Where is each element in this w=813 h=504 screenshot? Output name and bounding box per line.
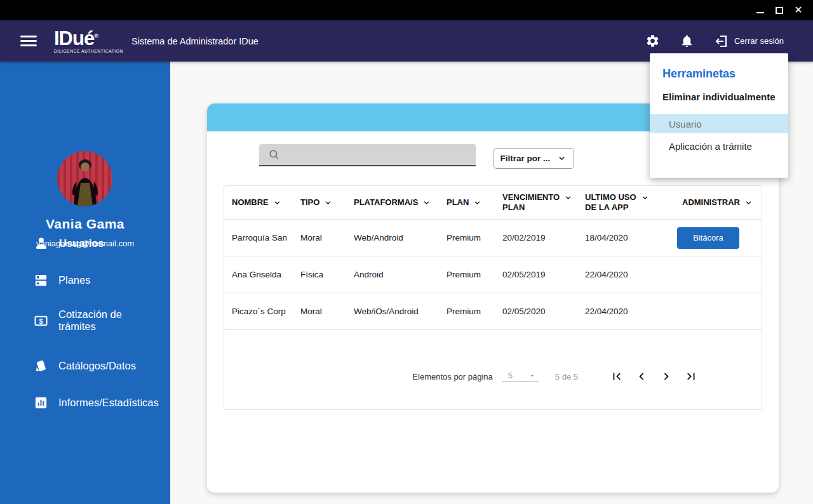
cell-ultimo-uso: 22/04/2020 xyxy=(585,270,677,279)
person-icon xyxy=(34,235,49,251)
cell-plataforma: Android xyxy=(354,270,447,279)
cell-nombre: Picazo´s Corp xyxy=(224,307,300,316)
cell-ultimo-uso: 18/04/2020 xyxy=(585,233,677,242)
column-header-nombre[interactable]: NOMBRE xyxy=(224,197,300,208)
items-per-page-value: 5 xyxy=(508,371,513,380)
column-header-tipo[interactable]: TIPO xyxy=(300,197,354,208)
chevron-right-icon xyxy=(659,369,673,383)
first-page-icon xyxy=(610,369,624,383)
cell-plan: Premium xyxy=(447,307,502,316)
quote-icon: $ xyxy=(34,314,48,328)
cell-vencimiento: 20/02/2019 xyxy=(502,233,585,242)
page-range-label: 5 de 5 xyxy=(555,372,578,381)
menu-item-usuario[interactable]: Usuario xyxy=(650,114,788,133)
table-row: Picazo´s Corp Moral Web/iOs/Android Prem… xyxy=(224,293,762,330)
cell-tipo: Física xyxy=(300,270,354,279)
cell-nombre: Parroquía San xyxy=(224,233,300,242)
settings-gear-icon[interactable] xyxy=(645,34,661,49)
sidebar: Vania Gama vaniagamag@hotmail.com Usuari… xyxy=(0,62,170,504)
column-header-administrar[interactable]: ADMINISTRAR xyxy=(677,197,762,208)
minimize-icon xyxy=(756,12,764,13)
plans-icon xyxy=(34,273,48,288)
hamburger-menu-icon[interactable] xyxy=(20,36,37,46)
sidebar-item-label: Cotización de trámites xyxy=(58,308,135,333)
table-row: Parroquía San Moral Web/Android Premium … xyxy=(224,220,762,256)
sidebar-item-label: Planes xyxy=(58,274,90,286)
profile-name: Vania Gama xyxy=(0,216,170,232)
sidebar-item-cotizacion[interactable]: $ Cotización de trámites xyxy=(0,302,152,340)
sort-chevron-icon xyxy=(473,198,482,208)
sidebar-item-planes[interactable]: Planes xyxy=(0,267,170,293)
search-box xyxy=(259,144,476,166)
sort-chevron-icon xyxy=(422,198,431,208)
cell-plan: Premium xyxy=(447,270,502,279)
minimize-button[interactable] xyxy=(751,0,770,20)
close-icon: ✕ xyxy=(794,5,802,15)
sort-chevron-icon xyxy=(744,198,753,208)
column-header-vencimiento[interactable]: VENCIMIENTO PLAN xyxy=(502,192,585,213)
next-page-button[interactable] xyxy=(659,369,673,383)
cell-ultimo-uso: 22/04/2020 xyxy=(585,307,677,316)
cell-vencimiento: 02/05/2019 xyxy=(502,270,585,279)
column-header-ultimo-uso[interactable]: ULTIMO USO DE LA APP xyxy=(585,192,677,213)
logout-label: Cerrar sesión xyxy=(734,36,784,46)
chevron-down-icon xyxy=(556,153,567,164)
bitacora-button[interactable]: Bitácora xyxy=(677,227,739,249)
svg-text:$: $ xyxy=(39,317,43,324)
logo-subtitle: DILIGENCE AUTHENTICATION xyxy=(54,49,123,53)
app-title: Sistema de Administrador IDue xyxy=(131,20,259,62)
sidebar-item-catalogos[interactable]: Catálogos/Datos xyxy=(0,353,170,378)
notifications-bell-icon[interactable] xyxy=(680,34,695,49)
filter-label: Filtrar por ... xyxy=(501,154,551,163)
window-titlebar: ✕ xyxy=(0,0,813,20)
sidebar-item-label: Catálogos/Datos xyxy=(58,360,136,372)
menu-title: Herraminetas xyxy=(662,67,736,81)
table-row: Ana Griselda Física Android Premium 02/0… xyxy=(224,256,762,293)
items-per-page-select[interactable]: 5 xyxy=(502,371,539,382)
cell-tipo: Moral xyxy=(300,233,354,242)
sidebar-item-usuarios[interactable]: Usuarios xyxy=(0,230,170,256)
catalog-icon xyxy=(34,359,48,373)
items-per-page-label: Elementos por página xyxy=(412,372,492,381)
sidebar-item-informes[interactable]: Informes/Estadísticas xyxy=(0,390,170,415)
logo-text: IDué xyxy=(54,27,94,50)
cell-nombre: Ana Griselda xyxy=(224,270,300,279)
maximize-icon xyxy=(776,7,783,14)
user-avatar xyxy=(57,151,112,206)
maximize-button[interactable] xyxy=(770,0,789,20)
column-header-plan[interactable]: PLAN xyxy=(447,197,502,208)
last-page-icon xyxy=(684,369,698,383)
cell-plataforma: Web/Android xyxy=(354,233,447,242)
window-controls: ✕ xyxy=(751,0,808,20)
cell-plataforma: Web/iOs/Android xyxy=(354,307,447,316)
logout-icon xyxy=(714,34,729,49)
table-header-row: NOMBRE TIPO PLATAFORMA/S PLAN VENCIMIENT… xyxy=(224,186,762,220)
menu-item-aplicacion-a-tramite[interactable]: Aplicación a trámite xyxy=(650,136,788,156)
cell-plan: Premium xyxy=(447,233,502,242)
tools-dropdown-menu: Herraminetas Eliminar individualmente Us… xyxy=(650,53,788,178)
filter-dropdown-button[interactable]: Filtrar por ... xyxy=(494,148,574,169)
sidebar-item-label: Usuarios xyxy=(59,237,104,249)
sort-chevron-icon xyxy=(563,193,573,202)
app-logo: IDué® DILIGENCE AUTHENTICATION xyxy=(54,26,123,53)
first-page-button[interactable] xyxy=(610,369,624,383)
registered-mark: ® xyxy=(94,33,98,39)
column-header-plataforma[interactable]: PLATAFORMA/S xyxy=(354,197,447,208)
chevron-left-icon xyxy=(635,369,648,383)
sort-chevron-icon xyxy=(323,198,333,208)
logout-button[interactable]: Cerrar sesión xyxy=(714,34,784,49)
cell-vencimiento: 02/05/2020 xyxy=(502,307,585,316)
users-table: NOMBRE TIPO PLATAFORMA/S PLAN VENCIMIENT… xyxy=(224,185,762,410)
close-button[interactable]: ✕ xyxy=(789,0,808,20)
sidebar-item-label: Informes/Estadísticas xyxy=(58,397,159,409)
cell-tipo: Moral xyxy=(300,307,354,316)
last-page-button[interactable] xyxy=(684,369,698,383)
select-arrow-icon xyxy=(528,372,536,380)
previous-page-button[interactable] xyxy=(635,369,648,383)
pagination: Elementos por página 5 5 de 5 xyxy=(412,367,698,386)
search-input[interactable] xyxy=(285,150,463,160)
sort-chevron-icon xyxy=(272,198,282,208)
sort-chevron-icon xyxy=(640,193,650,202)
stats-icon xyxy=(34,395,48,410)
search-icon xyxy=(268,149,280,161)
